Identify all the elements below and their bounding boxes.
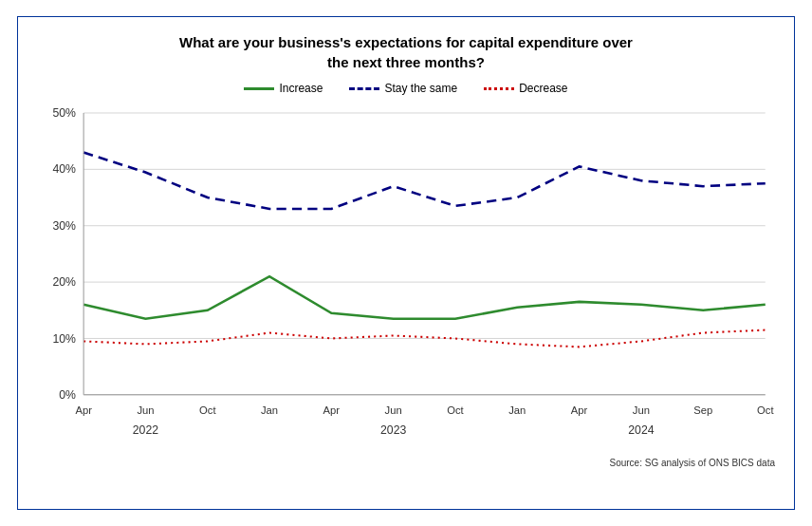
chart-title: What are your business's expectations fo… (37, 32, 775, 72)
svg-text:0%: 0% (59, 388, 76, 402)
source-label: Source: SG analysis of ONS BICS data (609, 458, 775, 468)
svg-text:50%: 50% (52, 106, 76, 120)
legend-decrease-line (484, 87, 514, 90)
legend-increase-label: Increase (279, 82, 323, 95)
svg-text:2024: 2024 (628, 423, 654, 437)
svg-text:2023: 2023 (380, 423, 406, 437)
svg-text:40%: 40% (52, 162, 76, 176)
svg-text:10%: 10% (52, 332, 76, 346)
svg-text:Jan: Jan (508, 404, 526, 416)
svg-text:20%: 20% (52, 275, 76, 289)
svg-text:Jun: Jun (633, 404, 650, 416)
svg-text:Oct: Oct (757, 404, 774, 416)
legend-stay-label: Stay the same (384, 82, 457, 95)
svg-text:30%: 30% (52, 219, 76, 233)
chart-area: 0% 10% 20% 30% 40% 50% Apr Jun Oct Jan A… (37, 103, 775, 454)
svg-text:Jun: Jun (385, 404, 402, 416)
svg-text:Apr: Apr (323, 404, 341, 416)
legend-increase: Increase (244, 82, 323, 95)
title-line1: What are your business's expectations fo… (179, 34, 633, 50)
svg-text:2022: 2022 (133, 423, 158, 437)
svg-text:Sep: Sep (693, 404, 712, 416)
legend-increase-line (244, 87, 274, 90)
svg-text:Oct: Oct (199, 404, 216, 416)
svg-text:Jan: Jan (261, 404, 278, 416)
legend-decrease: Decrease (484, 82, 567, 95)
svg-text:Oct: Oct (447, 404, 464, 416)
svg-text:Jun: Jun (137, 404, 154, 416)
legend-decrease-label: Decrease (519, 82, 567, 95)
legend-stay: Stay the same (349, 82, 457, 95)
title-line2: the next three months? (327, 54, 485, 70)
source-text: Source: SG analysis of ONS BICS data (37, 458, 775, 468)
chart-legend: Increase Stay the same Decrease (37, 82, 775, 95)
chart-container: What are your business's expectations fo… (17, 16, 795, 510)
svg-text:Apr: Apr (571, 404, 588, 416)
chart-svg: 0% 10% 20% 30% 40% 50% Apr Jun Oct Jan A… (37, 103, 775, 454)
legend-stay-line (349, 87, 379, 90)
svg-text:Apr: Apr (75, 404, 92, 416)
